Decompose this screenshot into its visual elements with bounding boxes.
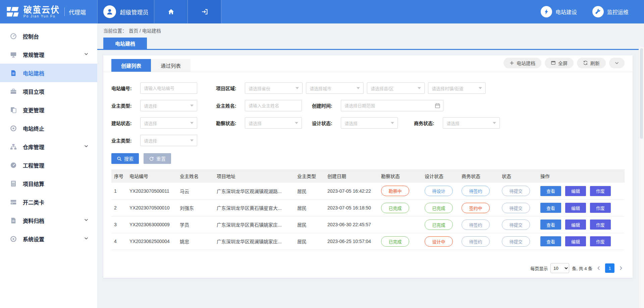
view-button[interactable]: 查看 [540, 236, 561, 246]
province-placeholder: 请选择省份 [249, 85, 270, 91]
status-badge: 设计中 [425, 236, 453, 247]
city-select[interactable]: 请选择城市 [306, 82, 364, 94]
prev-page-button[interactable] [595, 263, 602, 273]
owner-name-input-field[interactable] [245, 103, 302, 108]
county-select[interactable]: 请选择县/区 [367, 82, 425, 94]
logout-button[interactable] [188, 0, 221, 23]
sidebar-item-label: 电站终止 [23, 124, 89, 132]
target-icon [10, 125, 17, 132]
cell-created: 2023-06-30 22:45:57 [325, 216, 378, 233]
tab-create-list[interactable]: 创建列表 [111, 59, 151, 72]
scrollbar[interactable] [639, 47, 644, 308]
column-header: 项目地址 [214, 169, 294, 183]
survey-status-select[interactable]: 请选择 [245, 117, 302, 129]
cell-business-status: 待签约 [459, 183, 499, 199]
survey-status-placeholder: 请选择 [249, 120, 262, 126]
calendar-icon [435, 103, 440, 109]
reset-icon [149, 156, 154, 161]
station-code-input[interactable] [140, 82, 197, 94]
cell-created: 2023-07-05 16:18:50 [325, 199, 378, 216]
page-number-1[interactable]: 1 [605, 263, 614, 273]
sidebar-item-project-setup[interactable]: 项目立项 [0, 82, 97, 101]
void-button[interactable]: 作废 [590, 220, 611, 230]
brand: 破茧云伏 Po Jian Yun Fu 代理端 [0, 0, 97, 23]
status-badge: 已完成 [425, 203, 453, 213]
town-select[interactable]: 请选择村镇/街道 [428, 82, 486, 94]
sidebar-item-warehouse-mgmt[interactable]: 仓库管理 [0, 137, 97, 156]
build-status-select[interactable]: 请选择 [140, 117, 197, 129]
create-time-input-field[interactable] [341, 103, 435, 108]
chevron-down-icon [84, 236, 89, 242]
doc-icon [10, 70, 17, 76]
cell-design-status: 已完成 [422, 216, 459, 233]
owner-type-placeholder: 请选择 [144, 103, 157, 109]
owner-type-select[interactable]: 请选择 [140, 100, 197, 111]
tab-passed-list[interactable]: 通过列表 [151, 59, 191, 72]
reset-button[interactable]: 重置 [144, 153, 171, 164]
next-page-button[interactable] [617, 263, 625, 273]
edit-button[interactable]: 编辑 [565, 203, 586, 213]
avatar [103, 5, 116, 18]
dropdown-arrow-icon [479, 87, 482, 89]
breadcrumb-path: 首页 / 电站建档 [129, 27, 161, 34]
sidebar-item-console[interactable]: 控制台 [0, 27, 97, 45]
chevron-left-icon [596, 266, 601, 270]
pagination: 每页显示 10 条, 共 4 条 1 [111, 258, 625, 273]
breadcrumb-label: 当前位置： [103, 27, 127, 34]
per-page-select[interactable]: 10 [550, 263, 569, 273]
page-tab-bar: 电站建档 [97, 38, 644, 50]
sidebar-item-engineering-mgmt[interactable]: 工程管理 [0, 156, 97, 174]
business-status-select[interactable]: 请选择 [443, 117, 500, 129]
fullscreen-button[interactable]: 全屏 [545, 58, 574, 68]
void-button[interactable]: 作废 [590, 236, 611, 246]
edit-button[interactable]: 编辑 [565, 220, 586, 230]
cell-status-status: 待提交 [499, 216, 538, 233]
search-button[interactable]: 搜索 [111, 153, 139, 164]
list-tabs: 创建列表 通过列表 [111, 59, 191, 72]
station-code-label: 电站编号: [111, 85, 140, 91]
sidebar-item-second-card[interactable]: 开二类卡 [0, 193, 97, 211]
owner-name-input[interactable] [245, 100, 302, 111]
home-button[interactable] [154, 0, 188, 23]
cell-survey-status: 已完成 [378, 199, 422, 216]
owner-type-2-select[interactable]: 请选择 [140, 135, 197, 146]
sidebar-item-station-archive[interactable]: 电站建档 [0, 64, 97, 82]
user-menu[interactable]: 超级管理员 [97, 0, 154, 23]
refresh-button[interactable]: 刷新 [577, 58, 606, 68]
sidebar-item-change-mgmt[interactable]: 变更管理 [0, 101, 97, 119]
province-select[interactable]: 请选择省份 [245, 82, 303, 94]
sidebar-item-project-settle[interactable]: 项目结算 [0, 174, 97, 193]
page-tab-station-archive[interactable]: 电站建档 [103, 38, 147, 49]
cell-seq: 2 [111, 199, 127, 216]
sidebar-item-data-archive[interactable]: 资料归档 [0, 211, 97, 230]
view-button[interactable]: 查看 [540, 203, 561, 213]
cell-owner_type: 居民 [294, 216, 325, 233]
station-code-input-field[interactable] [141, 86, 197, 91]
void-button[interactable]: 作废 [590, 186, 611, 196]
sidebar-item-label: 项目结算 [23, 180, 89, 188]
nav-monitor-ops[interactable]: 监控运维 [592, 6, 629, 17]
column-header: 业主姓名 [177, 169, 214, 183]
void-button[interactable]: 作废 [590, 203, 611, 213]
copy-icon [10, 107, 17, 113]
add-station-button[interactable]: 电站建档 [503, 58, 541, 68]
sidebar-item-label: 控制台 [23, 32, 89, 40]
sidebar-item-general-mgmt[interactable]: 常规管理 [0, 45, 97, 64]
brand-name-en: Po Jian Yun Fu [23, 14, 60, 18]
scrollbar-thumb[interactable] [640, 48, 643, 139]
sidebar-item-system-settings[interactable]: 系统设置 [0, 230, 97, 248]
edit-button[interactable]: 编辑 [565, 236, 586, 246]
design-status-select[interactable]: 请选择 [341, 117, 398, 129]
sidebar-item-station-terminate[interactable]: 电站终止 [0, 119, 97, 137]
create-time-range-picker[interactable] [341, 100, 443, 111]
top-right-nav: 电站建设 监控运维 [541, 0, 644, 23]
nav-station-build[interactable]: 电站建设 [541, 6, 577, 17]
collapse-toolbar-button[interactable] [609, 58, 625, 68]
toolbar: 电站建档 全屏 [503, 58, 625, 68]
view-button[interactable]: 查看 [540, 220, 561, 230]
cell-survey-status [378, 216, 422, 233]
table-row: 1YX2023070500011马云广东深圳龙华区观澜镇观湖路...居民2023… [111, 183, 625, 199]
view-button[interactable]: 查看 [540, 186, 561, 196]
column-header: 操作 [538, 169, 625, 183]
edit-button[interactable]: 编辑 [565, 186, 586, 196]
